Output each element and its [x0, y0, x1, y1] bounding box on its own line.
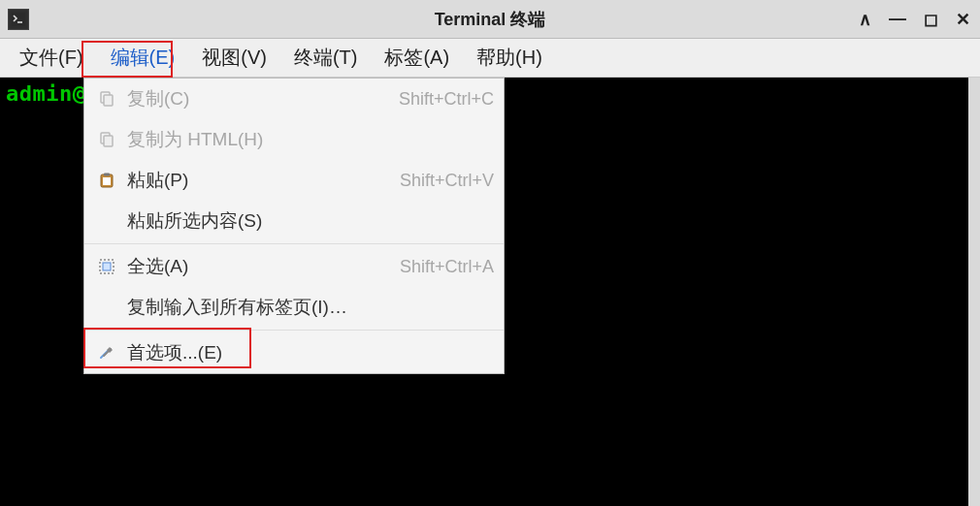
menuitem-paste[interactable]: 粘贴(P) Shift+Ctrl+V [84, 160, 504, 201]
menu-file[interactable]: 文件(F) [6, 39, 97, 77]
menuitem-copy-html: 复制为 HTML(H) [84, 119, 504, 160]
menuitem-copy: 复制(C) Shift+Ctrl+C [84, 79, 504, 119]
menuitem-copy-input-all-tabs[interactable]: 复制输入到所有标签页(I)… [84, 287, 504, 328]
terminal-app-icon [8, 9, 29, 30]
menu-help[interactable]: 帮助(H) [463, 39, 556, 77]
paste-icon [94, 172, 119, 189]
menuitem-copy-html-label: 复制为 HTML(H) [127, 127, 263, 152]
scrollbar-track[interactable] [968, 78, 980, 506]
menu-edit[interactable]: 编辑(E) [97, 39, 189, 77]
copy-icon [94, 90, 119, 108]
titlebar: Terminal 终端 ∧ — ◻ ✕ [0, 0, 980, 39]
minimize-icon[interactable]: — [889, 9, 906, 30]
menuitem-select-all-label: 全选(A) [127, 254, 188, 279]
menuitem-preferences-label: 首选项...(E) [127, 340, 222, 365]
menu-view-label: 视图(V) [202, 45, 267, 71]
maximize-icon[interactable]: ◻ [924, 9, 938, 30]
menu-separator [84, 243, 504, 244]
svg-rect-5 [104, 136, 113, 146]
menuitem-copy-accel: Shift+Ctrl+C [399, 89, 494, 110]
menuitem-copy-label: 复制(C) [127, 86, 189, 111]
menuitem-preferences[interactable]: 首选项...(E) [84, 332, 504, 373]
svg-rect-10 [103, 263, 111, 270]
menuitem-select-all-accel: Shift+Ctrl+A [400, 257, 494, 277]
menuitem-select-all[interactable]: 全选(A) Shift+Ctrl+A [84, 246, 504, 287]
close-icon[interactable]: ✕ [956, 9, 970, 30]
edit-dropdown: 复制(C) Shift+Ctrl+C 复制为 HTML(H) 粘贴(P) Shi… [83, 78, 505, 374]
menuitem-paste-label: 粘贴(P) [127, 168, 188, 193]
window-controls: ∧ — ◻ ✕ [859, 9, 980, 30]
menu-tabs-label: 标签(A) [384, 45, 449, 71]
menu-edit-label: 编辑(E) [111, 45, 176, 71]
menu-help-label: 帮助(H) [476, 45, 542, 71]
menuitem-paste-selection-label: 粘贴所选内容(S) [127, 208, 262, 234]
prefs-icon [94, 344, 119, 362]
menu-tabs[interactable]: 标签(A) [371, 39, 463, 77]
rollup-icon[interactable]: ∧ [859, 9, 871, 30]
select-all-icon [94, 258, 119, 275]
menuitem-copy-input-all-tabs-label: 复制输入到所有标签页(I)… [127, 295, 347, 320]
menubar: 文件(F) 编辑(E) 视图(V) 终端(T) 标签(A) 帮助(H) [0, 39, 980, 78]
svg-rect-3 [104, 95, 113, 106]
menuitem-paste-selection[interactable]: 粘贴所选内容(S) [84, 201, 504, 241]
menu-terminal-label: 终端(T) [294, 45, 358, 71]
svg-rect-7 [104, 174, 110, 176]
menuitem-paste-accel: Shift+Ctrl+V [400, 171, 494, 191]
menu-terminal[interactable]: 终端(T) [280, 39, 372, 77]
window-title: Terminal 终端 [0, 8, 980, 31]
copy-html-icon [94, 131, 119, 148]
menu-separator [84, 330, 504, 331]
menu-file-label: 文件(F) [19, 45, 83, 71]
menu-view[interactable]: 视图(V) [188, 39, 280, 77]
svg-rect-0 [12, 13, 25, 26]
svg-rect-8 [103, 177, 111, 185]
